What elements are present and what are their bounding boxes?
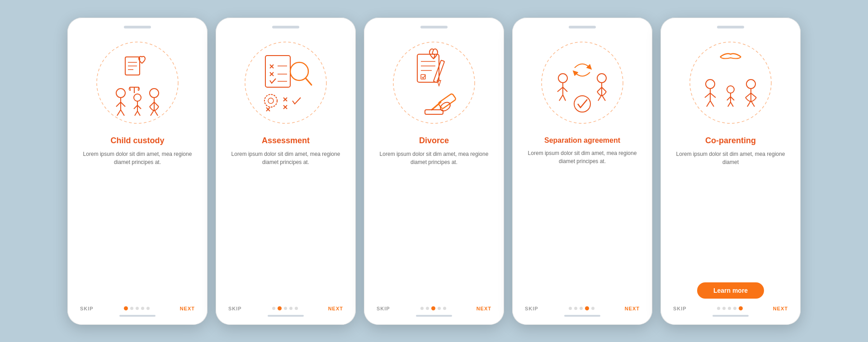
- dot-3: [136, 307, 139, 310]
- dot-1: [272, 307, 275, 310]
- dot-3: [728, 307, 731, 310]
- svg-line-90: [747, 101, 751, 107]
- svg-line-9: [134, 105, 137, 109]
- screen-desc: Lorem ipsum dolor sit dim amet, mea regi…: [78, 150, 197, 300]
- progress-dots: [420, 306, 446, 310]
- svg-point-59: [542, 42, 623, 123]
- screen-desc: Lorem ipsum dolor sit dim amet, mea regi…: [523, 149, 642, 300]
- dot-2: [426, 307, 429, 310]
- screen-title: Divorce: [419, 136, 449, 146]
- illustration-child-custody: [88, 33, 187, 132]
- svg-line-83: [731, 97, 734, 100]
- dot-4: [585, 306, 589, 310]
- phone-notch: [420, 26, 448, 28]
- next-button[interactable]: NEXT: [328, 306, 343, 311]
- svg-line-77: [710, 93, 716, 98]
- screen-divorce: Divorce Lorem ipsum dolor sit dim amet, …: [364, 18, 504, 325]
- next-button[interactable]: NEXT: [180, 306, 195, 311]
- screen-child-custody: Child custody Lorem ipsum dolor sit dim …: [67, 18, 208, 325]
- home-indicator: [712, 315, 749, 317]
- svg-line-3: [116, 102, 121, 107]
- svg-line-68: [597, 87, 602, 92]
- svg-point-25: [245, 42, 326, 123]
- progress-dots: [717, 306, 743, 310]
- screen-title: Separation agreement: [544, 136, 620, 145]
- bottom-nav: SKIP NEXT: [226, 306, 345, 311]
- home-indicator: [564, 315, 600, 317]
- learn-more-button[interactable]: Learn more: [697, 282, 764, 299]
- screen-title: Co-parenting: [705, 136, 756, 146]
- dot-5: [591, 307, 594, 310]
- skip-button[interactable]: SKIP: [525, 306, 538, 311]
- dot-1: [717, 307, 720, 310]
- skip-button[interactable]: SKIP: [377, 306, 390, 311]
- screen-title: Assessment: [262, 136, 310, 146]
- svg-line-16: [154, 102, 159, 107]
- phone-notch: [272, 26, 299, 28]
- screen-title: Child custody: [110, 136, 164, 146]
- home-indicator: [268, 315, 304, 317]
- home-indicator: [119, 315, 156, 317]
- dot-4: [141, 307, 144, 310]
- home-indicator: [416, 315, 452, 317]
- progress-dots: [272, 306, 298, 310]
- illustration-assessment: [236, 33, 335, 132]
- skip-button[interactable]: SKIP: [80, 306, 94, 311]
- dot-3: [580, 307, 583, 310]
- next-button[interactable]: NEXT: [625, 306, 640, 311]
- svg-line-6: [121, 110, 124, 116]
- dot-2: [722, 307, 726, 310]
- svg-point-86: [746, 80, 755, 89]
- next-button[interactable]: NEXT: [773, 306, 788, 311]
- dot-5: [146, 307, 150, 310]
- skip-button[interactable]: SKIP: [673, 306, 687, 311]
- dot-1: [569, 307, 572, 310]
- dot-5: [295, 307, 298, 310]
- svg-line-84: [728, 102, 731, 107]
- svg-line-11: [135, 111, 137, 116]
- svg-point-66: [597, 74, 606, 83]
- next-button[interactable]: NEXT: [476, 306, 491, 311]
- bottom-nav: SKIP NEXT: [375, 306, 493, 311]
- svg-line-78: [707, 101, 710, 107]
- progress-dots: [569, 306, 594, 310]
- screen-coparenting: Co-parenting Lorem ipsum dolor sit dim a…: [660, 18, 801, 325]
- phone-notch: [569, 26, 596, 28]
- skip-button[interactable]: SKIP: [228, 306, 242, 311]
- svg-point-7: [134, 94, 141, 101]
- svg-line-4: [121, 102, 125, 107]
- phone-notch: [717, 26, 744, 28]
- dot-2: [574, 307, 577, 310]
- screen-desc: Lorem ipsum dolor sit dim amet, mea regi…: [375, 150, 493, 300]
- dot-3: [431, 306, 435, 310]
- svg-line-69: [602, 87, 606, 92]
- svg-line-91: [751, 101, 755, 107]
- svg-line-5: [117, 110, 121, 116]
- dot-1: [124, 306, 128, 310]
- dot-4: [289, 307, 292, 310]
- svg-point-36: [264, 94, 277, 107]
- svg-point-13: [150, 89, 159, 98]
- svg-point-72: [574, 96, 590, 112]
- screen-desc: Lorem ipsum dolor sit dim amet, mea regi…: [226, 150, 345, 300]
- illustration-coparenting: [681, 33, 780, 132]
- bottom-nav: SKIP NEXT: [671, 306, 790, 311]
- screen-desc: Lorem ipsum dolor sit dim amet, mea regi…: [671, 150, 790, 276]
- bottom-nav: SKIP NEXT: [523, 306, 642, 311]
- svg-line-12: [137, 111, 140, 116]
- svg-line-35: [306, 78, 311, 85]
- svg-point-37: [268, 98, 274, 103]
- bottom-nav: SKIP NEXT: [78, 306, 197, 311]
- svg-rect-26: [265, 56, 290, 87]
- svg-point-80: [727, 86, 734, 93]
- svg-line-82: [727, 97, 731, 100]
- svg-line-62: [557, 87, 563, 92]
- svg-point-60: [558, 74, 567, 83]
- svg-point-74: [706, 80, 715, 89]
- screen-assessment: Assessment Lorem ipsum dolor sit dim ame…: [216, 18, 356, 325]
- dot-2: [130, 307, 133, 310]
- illustration-divorce: [384, 33, 484, 132]
- dot-5: [739, 306, 743, 310]
- progress-dots: [124, 306, 150, 310]
- svg-rect-45: [417, 54, 439, 82]
